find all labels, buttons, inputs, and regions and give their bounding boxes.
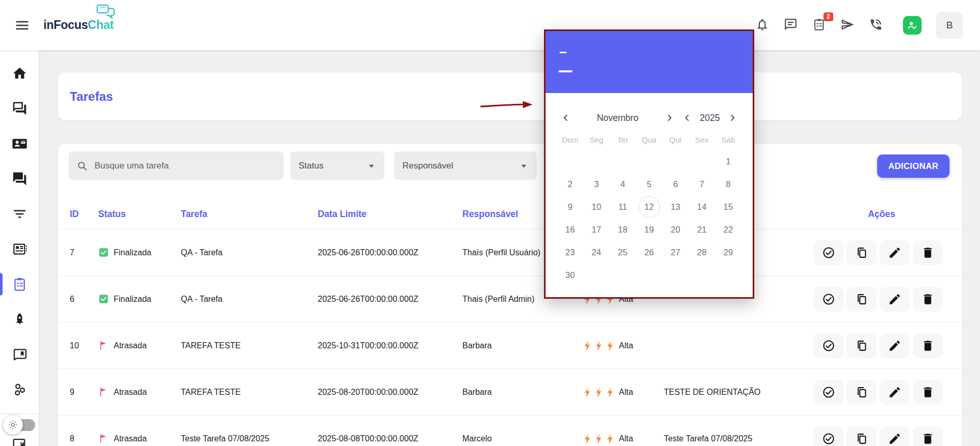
- header-internal-chat-button[interactable]: [783, 18, 798, 33]
- avatar-button[interactable]: B: [936, 12, 963, 39]
- edit-button[interactable]: [880, 380, 910, 405]
- calendar-day-21[interactable]: 21: [689, 218, 715, 241]
- prev-year-button[interactable]: [680, 111, 694, 125]
- delete-button[interactable]: [913, 240, 943, 265]
- calendar-day-9[interactable]: 9: [557, 195, 583, 218]
- calendar-day-4[interactable]: 4: [610, 173, 636, 195]
- calendar-grid: 1234567891011121314151617181920212223242…: [546, 150, 753, 286]
- calendar-day-3[interactable]: 3: [583, 173, 610, 195]
- calendar-day-30[interactable]: 30: [557, 264, 583, 286]
- rocket-icon: [12, 312, 27, 327]
- sidebar-item-home[interactable]: [0, 56, 39, 91]
- menu-button[interactable]: [13, 18, 31, 33]
- sidebar-item-integrations[interactable]: [0, 372, 39, 407]
- header-send-button[interactable]: [839, 18, 855, 33]
- cell-description: TESTE DE ORIENTAÇÃO: [664, 388, 814, 397]
- edit-button[interactable]: [880, 333, 910, 358]
- edit-button[interactable]: [880, 287, 910, 312]
- header-tasks-button[interactable]: 2: [811, 18, 827, 33]
- sidebar-item-tasks[interactable]: [0, 267, 39, 302]
- edit-button[interactable]: [880, 426, 910, 446]
- header-calls-button[interactable]: [868, 18, 883, 33]
- complete-button[interactable]: [814, 380, 844, 405]
- sidebar-item-panels[interactable]: [0, 232, 39, 267]
- next-month-button[interactable]: [663, 111, 676, 125]
- person-check-icon: [907, 20, 918, 31]
- calendar-day-14[interactable]: 14: [689, 195, 715, 218]
- calendar-day-empty: [662, 264, 689, 286]
- duplicate-button[interactable]: [847, 380, 877, 405]
- calendar-day-2[interactable]: 2: [557, 173, 583, 195]
- header-right: 2 B: [754, 0, 963, 50]
- calendar-day-8[interactable]: 8: [715, 173, 741, 195]
- calendar-day-6[interactable]: 6: [662, 173, 689, 195]
- calendar-day-26[interactable]: 26: [636, 241, 662, 264]
- delete-button[interactable]: [913, 426, 943, 446]
- sidebar: [0, 50, 39, 446]
- calendar-day-23[interactable]: 23: [557, 241, 583, 264]
- screen-share-icon[interactable]: [11, 437, 27, 446]
- calendar-day-20[interactable]: 20: [662, 218, 689, 241]
- bolt-icon: [595, 434, 602, 444]
- sidebar-item-chats[interactable]: [0, 91, 39, 126]
- sidebar-item-filters[interactable]: [0, 196, 39, 232]
- search-input[interactable]: [94, 160, 276, 172]
- status-label: Finalizada: [114, 248, 151, 257]
- header-notifications-button[interactable]: [754, 18, 770, 33]
- cell-task: QA - Tarefa: [181, 248, 318, 257]
- responsavel-filter-select[interactable]: Responsável: [394, 151, 537, 180]
- delete-button[interactable]: [913, 380, 943, 405]
- cell-task: Teste Tarefa 07/08/2025: [181, 434, 318, 443]
- calendar-day-7[interactable]: 7: [689, 173, 715, 195]
- status-label: Atrasada: [114, 434, 147, 443]
- calendar-day-19[interactable]: 19: [636, 218, 662, 241]
- sidebar-item-quick-messages[interactable]: [0, 337, 39, 372]
- calendar-day-15[interactable]: 15: [715, 195, 741, 218]
- column-header-acoes: Ações: [814, 209, 950, 220]
- header-actions: 2: [754, 18, 883, 33]
- duplicate-button[interactable]: [847, 426, 877, 446]
- calendar-day-5[interactable]: 5: [636, 173, 662, 195]
- delete-button[interactable]: [913, 333, 943, 358]
- calendar-nav: Novembro 2025: [546, 103, 753, 132]
- calendar-day-27[interactable]: 27: [662, 241, 689, 264]
- sidebar-item-contacts[interactable]: [0, 126, 39, 161]
- app-header: inFocusChat 2 B: [0, 0, 980, 50]
- delete-button[interactable]: [913, 287, 943, 312]
- calendar-day-12[interactable]: 12: [636, 195, 662, 218]
- calendar-day-10[interactable]: 10: [583, 195, 610, 218]
- calendar-day-17[interactable]: 17: [583, 218, 610, 241]
- duplicate-button[interactable]: [847, 333, 877, 358]
- calendar-day-24[interactable]: 24: [583, 241, 610, 264]
- agent-status-button[interactable]: [903, 16, 922, 35]
- cell-actions: [814, 287, 950, 312]
- complete-button[interactable]: [814, 287, 844, 312]
- chevron-left-icon: [560, 112, 571, 124]
- status-filter-select[interactable]: Status: [290, 151, 384, 180]
- table-row-7: 7FinalizadaQA - Tarefa2025-06-26T00:00:0…: [58, 229, 962, 276]
- duplicate-button[interactable]: [847, 240, 877, 265]
- calendar-day-29[interactable]: 29: [715, 241, 741, 264]
- complete-button[interactable]: [814, 333, 844, 358]
- calendar-day-13[interactable]: 13: [662, 195, 689, 218]
- calendar-day-25[interactable]: 25: [610, 241, 636, 264]
- calendar-day-empty: [557, 150, 583, 173]
- calendar-day-1[interactable]: 1: [715, 150, 741, 173]
- complete-button[interactable]: [814, 240, 844, 265]
- edit-button[interactable]: [880, 240, 910, 265]
- search-box[interactable]: [69, 151, 284, 180]
- duplicate-button[interactable]: [847, 287, 877, 312]
- complete-button[interactable]: [814, 426, 844, 446]
- calendar-day-28[interactable]: 28: [689, 241, 715, 264]
- calendar-day-22[interactable]: 22: [715, 218, 741, 241]
- calendar-day-16[interactable]: 16: [557, 218, 583, 241]
- sidebar-item-conversations[interactable]: [0, 161, 39, 196]
- sidebar-item-campaigns[interactable]: [0, 302, 39, 337]
- theme-toggle[interactable]: [5, 419, 35, 431]
- next-year-button[interactable]: [726, 111, 739, 125]
- prev-month-button[interactable]: [559, 111, 572, 125]
- calendar-day-18[interactable]: 18: [610, 218, 636, 241]
- add-task-button[interactable]: ADICIONAR: [877, 155, 950, 178]
- calendar-day-11[interactable]: 11: [610, 195, 636, 218]
- cell-priority: Alta: [584, 341, 664, 351]
